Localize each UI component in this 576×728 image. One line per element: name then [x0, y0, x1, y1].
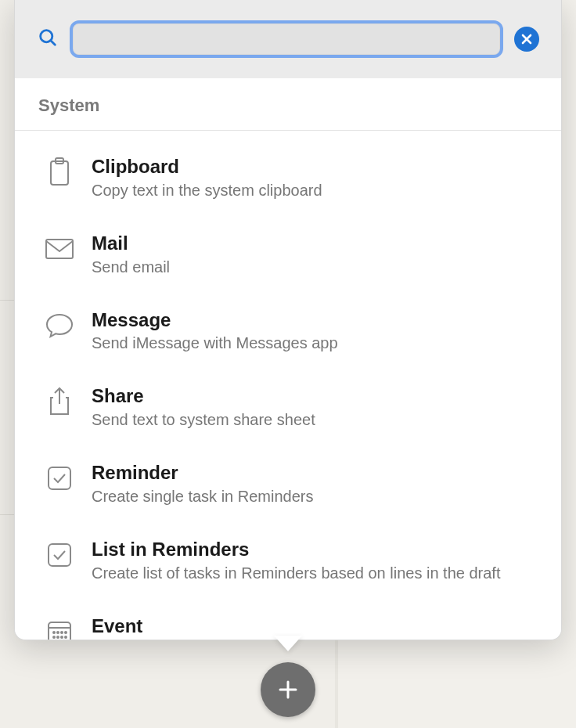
action-clipboard[interactable]: Clipboard Copy text in the system clipbo…	[15, 140, 561, 217]
action-desc: Send iMessage with Messages app	[92, 333, 538, 354]
action-desc: Copy text in the system clipboard	[92, 180, 538, 201]
action-title: List in Reminders	[92, 539, 538, 561]
svg-point-16	[53, 636, 55, 638]
svg-rect-6	[46, 240, 73, 258]
search-bar	[15, 0, 561, 78]
search-icon	[37, 27, 59, 52]
share-icon	[45, 387, 74, 416]
action-title: Message	[92, 309, 538, 332]
action-title: Reminder	[92, 462, 538, 485]
message-icon	[45, 311, 74, 341]
svg-point-12	[53, 632, 55, 633]
popover-pointer	[274, 636, 302, 651]
action-title: Event	[92, 615, 538, 638]
action-list-in-reminders[interactable]: List in Reminders Create list of tasks i…	[15, 523, 561, 600]
svg-point-19	[65, 636, 67, 638]
reminder-icon	[45, 540, 74, 570]
action-picker-popover: System Clipboard Copy text in the system…	[14, 0, 562, 640]
svg-point-13	[57, 632, 59, 633]
reminder-icon	[45, 463, 74, 493]
svg-rect-4	[51, 161, 68, 185]
action-list: Clipboard Copy text in the system clipbo…	[15, 131, 561, 640]
section-title: System	[38, 96, 538, 116]
action-title: Clipboard	[92, 156, 538, 178]
svg-rect-8	[49, 467, 70, 489]
svg-point-17	[57, 636, 59, 638]
svg-point-18	[61, 636, 63, 638]
svg-line-1	[51, 41, 56, 45]
svg-point-14	[61, 632, 63, 633]
action-desc: Send email	[92, 257, 538, 278]
section-header: System	[15, 78, 561, 131]
action-title: Share	[92, 385, 538, 408]
action-desc: Create single task in Reminders	[92, 486, 538, 507]
mail-icon	[45, 234, 74, 264]
clipboard-icon	[45, 157, 74, 187]
svg-point-15	[65, 632, 67, 633]
calendar-icon	[45, 617, 74, 640]
action-mail[interactable]: Mail Send email	[15, 217, 561, 294]
svg-rect-9	[49, 544, 70, 566]
action-desc: Send text to system share sheet	[92, 409, 538, 431]
action-message[interactable]: Message Send iMessage with Messages app	[15, 294, 561, 370]
action-share[interactable]: Share Send text to system share sheet	[15, 369, 561, 446]
action-event[interactable]: Event Create calendar event using system…	[15, 600, 561, 640]
action-title: Mail	[92, 232, 538, 255]
search-input[interactable]	[70, 20, 503, 58]
action-desc: Create list of tasks in Reminders based …	[92, 563, 538, 584]
action-reminder[interactable]: Reminder Create single task in Reminders	[15, 446, 561, 523]
add-action-button[interactable]	[261, 662, 315, 717]
clear-search-button[interactable]	[514, 27, 539, 52]
